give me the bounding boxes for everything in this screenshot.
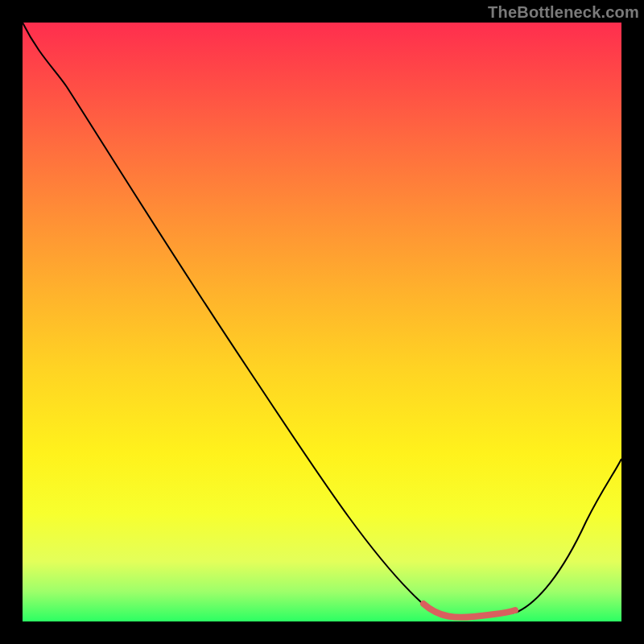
- curve-svg: [23, 23, 621, 621]
- bottleneck-curve: [23, 23, 621, 619]
- chart-container: TheBottleneck.com: [0, 0, 644, 644]
- highlight-segment: [423, 604, 515, 617]
- watermark: TheBottleneck.com: [488, 3, 639, 22]
- plot-area: [23, 23, 621, 621]
